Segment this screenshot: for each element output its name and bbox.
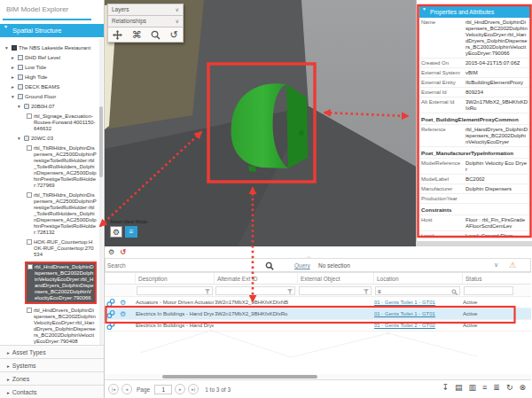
- gear-view-button[interactable]: ⚙: [110, 226, 122, 238]
- orbit-icon[interactable]: ⌘: [132, 30, 142, 40]
- tree-node-zone[interactable]: ▾ 20B0H.07: [18, 104, 97, 110]
- zoom-icon[interactable]: [151, 30, 160, 40]
- tree-node-level[interactable]: ▸ DECK BEAMS: [12, 84, 97, 90]
- accordion-systems[interactable]: ▸Systems: [0, 358, 104, 371]
- column-header-location[interactable]: Location: [373, 273, 462, 285]
- page-input[interactable]: [154, 385, 172, 394]
- collapsed-arrow-icon[interactable]: ▸: [12, 65, 18, 71]
- rotate-icon[interactable]: ↺: [170, 30, 178, 40]
- link-icon[interactable]: [106, 298, 115, 308]
- tree-node-asset[interactable]: HOK-RUF_Countertop:HOK-RUF_Countertop:27…: [27, 239, 97, 258]
- table-row[interactable]: Electrics In Buildings - Hand Dryer 01 -…: [105, 320, 531, 332]
- column-header-alternate-ext-id[interactable]: Alternate Ext ID: [214, 273, 298, 285]
- tree-node-level[interactable]: ▾ Ground Floor: [12, 94, 97, 100]
- tree-node-asset[interactable]: rbl_TltRlHldrs_DolphinDispensers_AC2500D…: [27, 192, 97, 236]
- prev-page-button[interactable]: ◂: [121, 384, 132, 394]
- next-page-button[interactable]: ▸: [175, 384, 185, 394]
- page-label: Page: [137, 386, 150, 393]
- query-link[interactable]: Query: [294, 262, 310, 269]
- status-filter-input[interactable]: [466, 287, 500, 294]
- export-icon[interactable]: ↧: [442, 383, 450, 392]
- tree-node-asset[interactable]: rbl_Signage_Evacuation-Routes-Forward:40…: [27, 113, 97, 132]
- filter-rows-icon[interactable]: ≣: [493, 383, 500, 392]
- columns-icon[interactable]: ▥: [469, 383, 477, 392]
- list-icon[interactable]: ≡: [482, 383, 487, 392]
- location-link[interactable]: 01 - Gents Toilet 1 - GT01: [374, 311, 435, 316]
- tree-node-asset[interactable]: rbl_TltRlHldrs_DolphinDispensers_AC2500D…: [27, 145, 97, 189]
- pan-icon[interactable]: [113, 30, 122, 40]
- reset-icon[interactable]: ↺: [120, 248, 126, 256]
- tree-scrollbar-thumb[interactable]: [99, 106, 103, 177]
- chevron-down-icon[interactable]: ∨: [494, 261, 498, 269]
- gear-icon[interactable]: ⚙: [120, 298, 126, 308]
- funnel-icon[interactable]: [205, 289, 210, 294]
- expanded-arrow-icon[interactable]: ▾: [12, 94, 18, 100]
- link-icon[interactable]: [106, 309, 115, 319]
- accordion-asset-types[interactable]: ▸Asset Types: [0, 345, 104, 358]
- location-filter[interactable]: [375, 286, 460, 295]
- table-settings-icon[interactable]: ⚙: [108, 248, 114, 256]
- level-icon: [18, 74, 23, 80]
- collapsed-arrow-icon[interactable]: ▸: [12, 84, 18, 90]
- collapsed-arrow-icon[interactable]: ▸: [12, 74, 18, 81]
- tree-node-level[interactable]: ▸ High Tide: [12, 74, 97, 81]
- level-icon: [18, 65, 23, 70]
- table-row-selected[interactable]: ⚙ Electrics In Buildings - Hand Dryer 3W…: [105, 308, 531, 320]
- status-filter[interactable]: [464, 286, 513, 295]
- first-page-button[interactable]: |◂: [108, 384, 119, 394]
- external-object-filter-input[interactable]: [301, 287, 351, 294]
- last-page-button[interactable]: ▸|: [188, 384, 199, 394]
- alternate-ext-id-filter[interactable]: [215, 286, 295, 295]
- link-icon[interactable]: [106, 321, 115, 331]
- tree-node-asset[interactable]: rbl_HndDrvers_DolphinDispensers_BC2002Do…: [27, 308, 97, 345]
- location-link[interactable]: 01 - Gents Toilet 1 - GT01: [374, 300, 435, 305]
- property-row: External EntityIfcBuildingElementProxy: [419, 78, 530, 88]
- relationships-dropdown[interactable]: Relationships ∨: [107, 15, 184, 27]
- tree-node-zone[interactable]: ▾ 20WC.03: [18, 136, 97, 142]
- description-filter[interactable]: [137, 286, 213, 295]
- table-row[interactable]: ⚙ Actuators - Motor Driven Actuators 3W2…: [105, 297, 531, 308]
- tree-scrollbar[interactable]: [99, 39, 103, 345]
- close-icon[interactable]: ⊗: [519, 383, 526, 392]
- print-icon[interactable]: ▤: [455, 383, 463, 392]
- spatial-tree: ▾ The NBS Lakeside Restaurant ▸ DHD Ref …: [0, 39, 98, 345]
- location-filter-input[interactable]: [378, 287, 436, 294]
- location-link[interactable]: 01 - Gents Toilet 2 - GT02: [374, 323, 435, 328]
- search-icon[interactable]: [451, 289, 458, 295]
- column-header-external-object[interactable]: External Object: [297, 273, 374, 285]
- search-input[interactable]: [107, 260, 258, 270]
- horizontal-scrollbar-thumb[interactable]: [162, 375, 317, 378]
- gear-icon[interactable]: ⚙: [120, 309, 126, 319]
- layers-dropdown[interactable]: Layers ∨: [107, 4, 184, 15]
- column-header-description[interactable]: Description: [135, 273, 215, 285]
- tree-node-asset-selected[interactable]: rbl_HndDrvers_DolphinDispensers_BC2002Do…: [25, 261, 97, 304]
- accordion-zones[interactable]: ▸Zones: [0, 371, 104, 385]
- spatial-structure-header[interactable]: ▾ Spatial Structure: [0, 24, 104, 37]
- building-icon: [12, 45, 17, 51]
- external-object-filter[interactable]: [299, 286, 372, 295]
- funnel-icon[interactable]: [287, 289, 293, 294]
- funnel-icon[interactable]: [364, 289, 369, 294]
- level-icon: [18, 55, 23, 60]
- search-icon[interactable]: [265, 261, 274, 270]
- expanded-arrow-icon[interactable]: ▾: [18, 104, 24, 110]
- property-row: ModelLabelBC2002: [419, 175, 530, 184]
- properties-header[interactable]: ▾ Properties and Attributes: [419, 6, 530, 18]
- accordion-contacts[interactable]: ▸Contacts: [0, 385, 104, 398]
- description-filter-input[interactable]: [139, 287, 192, 294]
- zone-icon: [24, 136, 29, 141]
- expanded-arrow-icon[interactable]: ▾: [18, 136, 24, 142]
- collapsed-arrow-icon[interactable]: ▸: [12, 55, 18, 61]
- alternate-ext-id-filter-input[interactable]: [218, 287, 273, 294]
- column-header-status[interactable]: Status: [462, 273, 515, 285]
- property-section: Constraints: [419, 204, 530, 215]
- query-select[interactable]: No selection: [315, 260, 497, 271]
- property-row: LevelLevel: Ground Floor: [419, 231, 530, 239]
- tree-node-level[interactable]: ▸ Low Tide: [12, 65, 97, 71]
- refresh-icon[interactable]: ↻: [506, 383, 513, 392]
- tree-node-building[interactable]: ▾ The NBS Lakeside Restaurant: [5, 45, 97, 51]
- tree-node-level[interactable]: ▸ DHD Ref Level: [12, 55, 97, 61]
- collapsed-arrow-icon: ▸: [7, 363, 10, 369]
- expanded-arrow-icon[interactable]: ▾: [5, 45, 12, 51]
- list-view-button[interactable]: ≡: [125, 226, 137, 238]
